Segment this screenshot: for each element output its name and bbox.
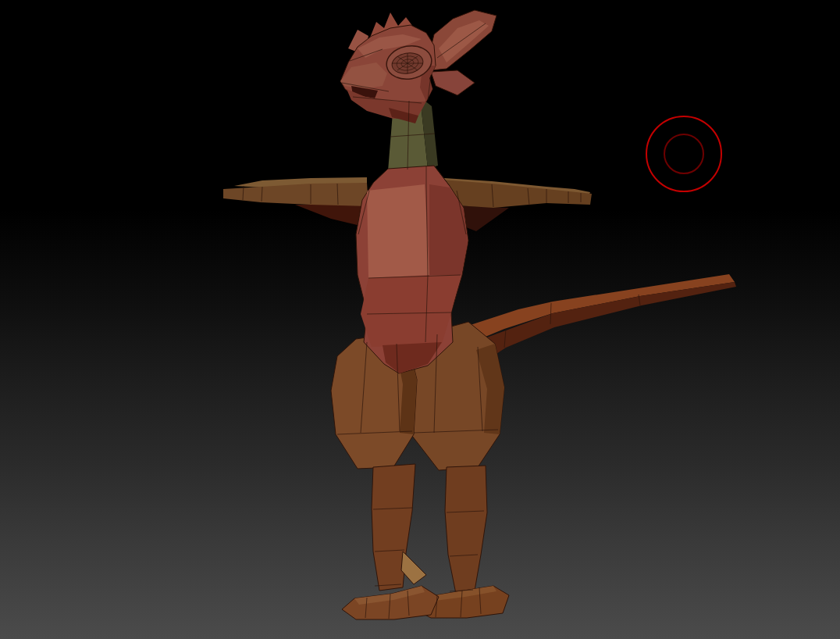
far-shin: [445, 466, 487, 594]
torso-chest-bright-face: [367, 184, 429, 278]
lower-ear: [431, 70, 475, 95]
brush-cursor-outer-ring: [646, 116, 721, 191]
kangaroo-model-svg: [0, 0, 840, 639]
brush-cursor-inner-ring: [664, 134, 703, 173]
viewport-canvas[interactable]: [0, 0, 840, 639]
near-foot: [342, 586, 439, 619]
heel-spur: [401, 552, 426, 584]
